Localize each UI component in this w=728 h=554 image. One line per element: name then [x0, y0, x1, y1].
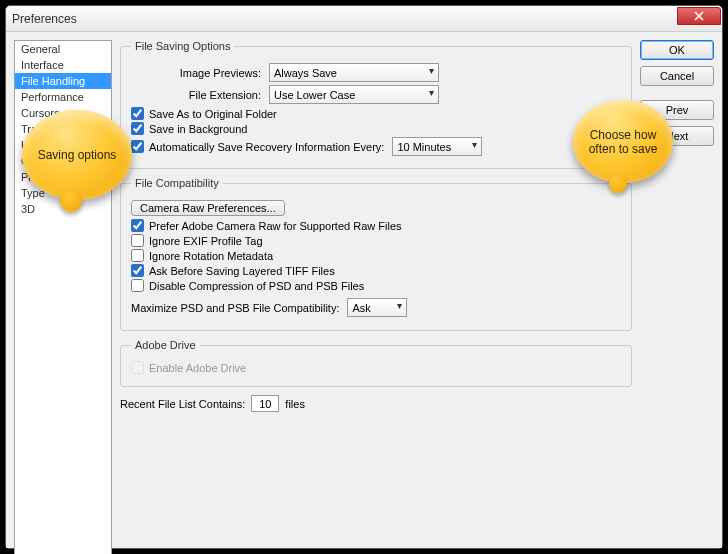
enable-adobe-drive-checkbox — [131, 361, 144, 374]
close-icon — [694, 11, 704, 21]
titlebar: Preferences — [6, 6, 722, 32]
auto-save-interval-select[interactable]: 10 Minutes — [392, 137, 482, 156]
file-extension-label: File Extension: — [131, 89, 261, 101]
ask-before-tiff-checkbox[interactable] — [131, 264, 144, 277]
recent-files-suffix: files — [285, 398, 305, 410]
ignore-exif-checkbox[interactable] — [131, 234, 144, 247]
sidebar-item-file-handling[interactable]: File Handling — [15, 73, 111, 89]
sidebar-item-performance[interactable]: Performance — [15, 89, 111, 105]
maximize-compat-label: Maximize PSD and PSB File Compatibility: — [131, 302, 339, 314]
file-extension-select[interactable]: Use Lower Case — [269, 85, 439, 104]
close-button[interactable] — [677, 7, 721, 25]
annotation-choose-how-often: Choose how often to save — [573, 100, 673, 183]
preferences-window: Preferences General Interface File Handl… — [5, 5, 723, 549]
recent-files-input[interactable] — [251, 395, 279, 412]
ok-button[interactable]: OK — [640, 40, 714, 60]
auto-save-checkbox[interactable] — [131, 140, 144, 153]
maximize-compat-select[interactable]: Ask — [347, 298, 407, 317]
disable-compression-checkbox[interactable] — [131, 279, 144, 292]
sidebar-item-general[interactable]: General — [15, 41, 111, 57]
auto-save-label: Automatically Save Recovery Information … — [149, 141, 384, 153]
annotation-saving-options: Saving options — [22, 110, 132, 200]
camera-raw-preferences-button[interactable]: Camera Raw Preferences... — [131, 200, 285, 216]
window-title: Preferences — [12, 12, 716, 26]
file-compatibility-legend: File Compatibility — [131, 177, 223, 189]
adobe-drive-group: Adobe Drive Enable Adobe Drive — [120, 339, 632, 387]
adobe-drive-legend: Adobe Drive — [131, 339, 200, 351]
sidebar-item-interface[interactable]: Interface — [15, 57, 111, 73]
ignore-exif-label: Ignore EXIF Profile Tag — [149, 235, 263, 247]
ask-before-tiff-label: Ask Before Saving Layered TIFF Files — [149, 265, 335, 277]
prefer-acr-label: Prefer Adobe Camera Raw for Supported Ra… — [149, 220, 402, 232]
image-previews-label: Image Previews: — [131, 67, 261, 79]
save-in-background-checkbox[interactable] — [131, 122, 144, 135]
enable-adobe-drive-label: Enable Adobe Drive — [149, 362, 246, 374]
cancel-button[interactable]: Cancel — [640, 66, 714, 86]
recent-files-label: Recent File List Contains: — [120, 398, 245, 410]
file-compatibility-group: File Compatibility Camera Raw Preference… — [120, 177, 632, 331]
disable-compression-label: Disable Compression of PSD and PSB Files — [149, 280, 364, 292]
prefer-acr-checkbox[interactable] — [131, 219, 144, 232]
save-as-original-checkbox[interactable] — [131, 107, 144, 120]
file-saving-options-legend: File Saving Options — [131, 40, 234, 52]
ignore-rotation-checkbox[interactable] — [131, 249, 144, 262]
content-panel: File Saving Options Image Previews: Alwa… — [120, 40, 632, 540]
image-previews-select[interactable]: Always Save — [269, 63, 439, 82]
save-as-original-label: Save As to Original Folder — [149, 108, 277, 120]
ignore-rotation-label: Ignore Rotation Metadata — [149, 250, 273, 262]
save-in-background-label: Save in Background — [149, 123, 247, 135]
file-saving-options-group: File Saving Options Image Previews: Alwa… — [120, 40, 632, 169]
